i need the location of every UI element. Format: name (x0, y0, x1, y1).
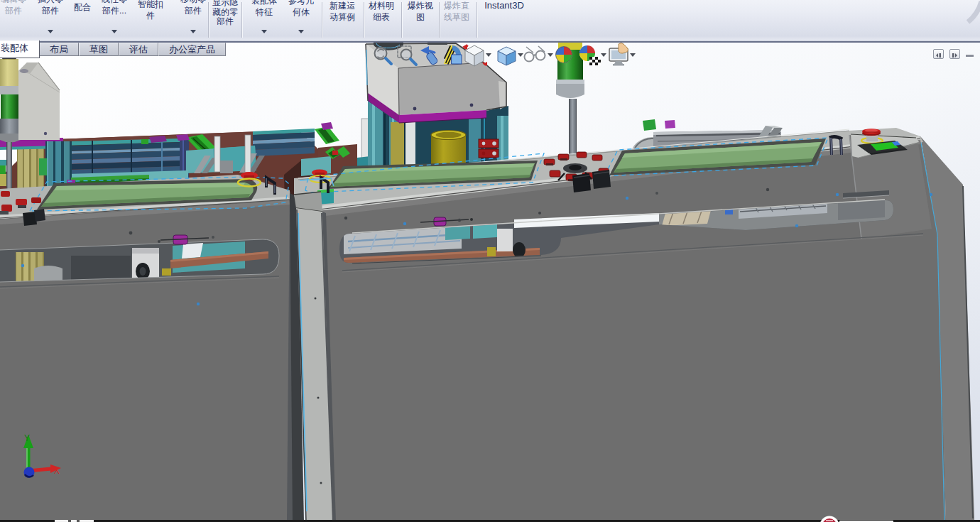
svg-text:Y: Y (24, 433, 30, 443)
svg-text:X: X (54, 466, 60, 476)
